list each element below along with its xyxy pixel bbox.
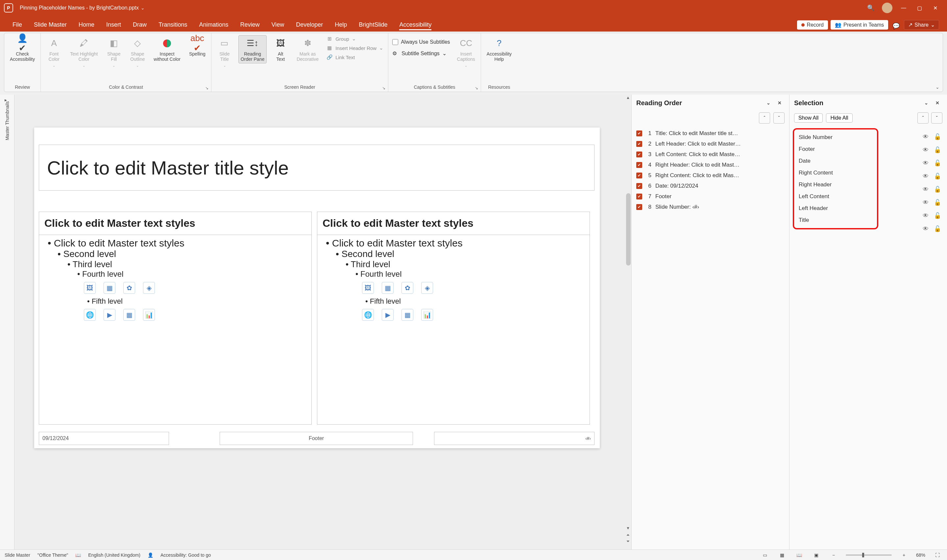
dialog-launcher-icon[interactable]: ↘ — [475, 86, 478, 90]
left-body[interactable]: Click to edit Master text styles Second … — [39, 235, 311, 327]
date-placeholder[interactable]: 09/12/2024 — [39, 432, 169, 445]
selection-item[interactable]: Date — [797, 155, 874, 167]
slide-canvas[interactable]: Click to edit Master title style Click t… — [14, 95, 631, 549]
status-language[interactable]: English (United Kingdom) — [88, 552, 140, 558]
chart-icon[interactable]: 📊 — [143, 309, 155, 321]
reading-order-item[interactable]: ✔8Slide Number: ‹#› — [635, 202, 786, 212]
insert-captions-button[interactable]: CCInsert Captions⌄ — [455, 35, 477, 69]
slideshow-view-icon[interactable]: ▣ — [811, 551, 821, 559]
user-avatar[interactable] — [882, 3, 892, 13]
picture-icon[interactable]: 🖼 — [84, 282, 96, 294]
right-body[interactable]: Click to edit Master text styles Second … — [317, 235, 590, 327]
tab-file[interactable]: File — [6, 19, 28, 32]
reading-order-item[interactable]: ✔1Title: Click to edit Master title st… — [635, 128, 786, 139]
vertical-scrollbar[interactable]: ▲ ▼ ⏶ ⏷ — [625, 95, 631, 549]
reading-order-item[interactable]: ✔2Left Header: Click to edit Master… — [635, 139, 786, 149]
scroll-down-icon[interactable]: ▼ — [625, 526, 631, 531]
minimize-button[interactable]: — — [896, 0, 912, 16]
slide-title-button[interactable]: ▭Slide Title⌄ — [215, 35, 234, 69]
selection-item[interactable]: Slide Number — [797, 131, 874, 143]
move-up-button[interactable]: ˆ — [759, 112, 770, 123]
table2-icon[interactable]: ▦ — [123, 309, 135, 321]
tab-transitions[interactable]: Transitions — [152, 19, 193, 32]
reading-order-pane-button[interactable]: ☰↕Reading Order Pane — [239, 35, 267, 63]
visibility-icon[interactable]: 👁 — [923, 146, 929, 154]
left-header[interactable]: Click to edit Master text styles — [39, 212, 311, 235]
collapse-ribbon-icon[interactable]: ⌄ — [936, 85, 939, 90]
content-icons-2[interactable]: 🌐▶▦📊 — [84, 309, 306, 321]
tab-help[interactable]: Help — [329, 19, 353, 32]
status-accessibility[interactable]: Accessibility: Good to go — [160, 552, 211, 558]
reading-order-item[interactable]: ✔3Left Content: Click to edit Maste… — [635, 149, 786, 160]
3d-icon[interactable]: ◈ — [143, 282, 155, 294]
status-view[interactable]: Slide Master — [5, 552, 30, 558]
selection-item[interactable]: Right Header — [797, 179, 874, 191]
right-header[interactable]: Click to edit Master text styles — [317, 212, 590, 235]
content-icons[interactable]: 🖼▦✿◈ — [362, 282, 584, 294]
picture-icon[interactable]: 🖼 — [362, 282, 374, 294]
zoom-slider[interactable] — [846, 554, 892, 556]
check-accessibility-button[interactable]: 👤✔ Check Accessibility — [8, 35, 37, 63]
reading-order-item[interactable]: ✔5Right Content: Click to edit Mas… — [635, 170, 786, 181]
move-forward-button[interactable]: ˆ — [918, 112, 929, 123]
slide-master[interactable]: Click to edit Master title style Click t… — [34, 128, 600, 448]
3d-icon[interactable]: ◈ — [421, 282, 433, 294]
dialog-launcher-icon[interactable]: ↘ — [382, 86, 385, 90]
dialog-launcher-icon[interactable]: ↘ — [205, 86, 208, 90]
table-icon[interactable]: ▦ — [103, 282, 115, 294]
lock-icon[interactable]: 🔓 — [934, 172, 941, 180]
tab-brightslide[interactable]: BrightSlide — [353, 19, 393, 32]
lock-icon[interactable]: 🔓 — [934, 159, 941, 167]
pane-options-icon[interactable]: ⌄ — [764, 98, 773, 108]
chart-icon[interactable]: 📊 — [421, 309, 433, 321]
visibility-icon[interactable]: 👁 — [923, 173, 929, 180]
lock-icon[interactable]: 🔓 — [934, 212, 941, 219]
search-icon[interactable]: 🔍 — [863, 4, 879, 11]
fit-to-window-icon[interactable]: ⛶ — [933, 551, 942, 559]
next-slide-icon[interactable]: ⏷ — [625, 539, 631, 544]
video-icon[interactable]: ▶ — [382, 309, 394, 321]
tab-draw[interactable]: Draw — [127, 19, 152, 32]
checkbox-icon[interactable]: ✔ — [636, 194, 642, 200]
accessibility-status-icon[interactable]: 👤 — [148, 552, 153, 558]
normal-view-icon[interactable]: ▭ — [760, 551, 770, 559]
inspect-without-color-button[interactable]: Inspect without Color — [151, 35, 183, 63]
always-subtitles-checkbox[interactable]: Always Use Subtitles — [392, 38, 451, 46]
online-picture-icon[interactable]: 🌐 — [362, 309, 374, 321]
table2-icon[interactable]: ▦ — [402, 309, 413, 321]
shape-outline-button[interactable]: ◇Shape Outline⌄ — [128, 35, 147, 69]
mark-decorative-button[interactable]: ✽Mark as Decorative — [294, 35, 321, 63]
alt-text-button[interactable]: 🖼Alt Text — [271, 35, 290, 63]
visibility-icon[interactable]: 👁 — [923, 160, 929, 167]
present-in-teams-button[interactable]: 👥Present in Teams — [831, 20, 888, 29]
zoom-level[interactable]: 68% — [916, 552, 925, 558]
maximize-button[interactable]: ▢ — [912, 0, 927, 16]
comments-icon[interactable]: 💬 — [890, 22, 902, 29]
spelling-button[interactable]: abc✔Spelling — [187, 35, 208, 58]
lock-icon[interactable]: 🔓 — [934, 225, 941, 232]
font-color-button[interactable]: AFont Color⌄ — [44, 35, 64, 69]
pane-close-icon[interactable]: ✕ — [775, 98, 785, 108]
smartart-icon[interactable]: ✿ — [123, 282, 135, 294]
tab-developer[interactable]: Developer — [290, 19, 329, 32]
tab-view[interactable]: View — [266, 19, 290, 32]
scroll-thumb[interactable] — [626, 193, 631, 266]
text-highlight-button[interactable]: 🖍Text Highlight Color⌄ — [68, 35, 100, 69]
visibility-icon[interactable]: 👁 — [923, 134, 929, 140]
pane-options-icon[interactable]: ⌄ — [921, 98, 931, 108]
checkbox-icon[interactable]: ✔ — [636, 162, 642, 168]
move-down-button[interactable]: ˇ — [773, 112, 785, 123]
group-menu[interactable]: ⊞Group⌄ — [325, 35, 385, 42]
status-theme[interactable]: "Office Theme" — [37, 552, 68, 558]
tab-animations[interactable]: Animations — [193, 19, 234, 32]
tab-slide-master[interactable]: Slide Master — [28, 19, 73, 32]
checkbox-icon[interactable]: ✔ — [636, 183, 642, 189]
reading-view-icon[interactable]: 📖 — [795, 551, 804, 559]
lock-icon[interactable]: 🔓 — [934, 186, 941, 193]
checkbox-icon[interactable]: ✔ — [636, 172, 642, 178]
hide-all-button[interactable]: Hide All — [826, 113, 852, 123]
reading-order-item[interactable]: ✔6Date: 09/12/2024 — [635, 181, 786, 191]
accessibility-help-button[interactable]: ?Accessibility Help — [484, 35, 514, 63]
shape-fill-button[interactable]: ◧Shape Fill⌄ — [104, 35, 124, 69]
selection-item[interactable]: Left Header — [797, 202, 874, 214]
